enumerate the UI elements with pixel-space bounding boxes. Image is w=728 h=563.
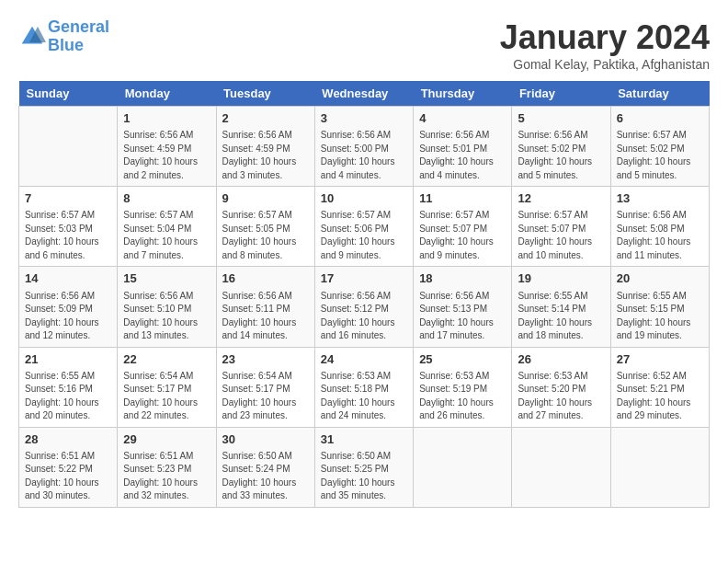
calendar-cell xyxy=(414,427,512,507)
weekday-header-wednesday: Wednesday xyxy=(314,81,413,107)
title-block: January 2024 Gomal Kelay, Paktika, Afgha… xyxy=(500,18,710,72)
day-number: 19 xyxy=(518,270,604,287)
day-info: Sunrise: 6:56 AM Sunset: 5:02 PM Dayligh… xyxy=(518,129,604,182)
calendar-cell xyxy=(19,107,118,187)
calendar-cell: 22Sunrise: 6:54 AM Sunset: 5:17 PM Dayli… xyxy=(118,347,216,427)
day-info: Sunrise: 6:56 AM Sunset: 4:59 PM Dayligh… xyxy=(222,129,309,182)
day-info: Sunrise: 6:53 AM Sunset: 5:18 PM Dayligh… xyxy=(321,370,407,423)
weekday-header-saturday: Saturday xyxy=(610,81,709,107)
calendar-cell: 27Sunrise: 6:52 AM Sunset: 5:21 PM Dayli… xyxy=(610,347,709,427)
weekday-header-monday: Monday xyxy=(118,81,216,107)
logo-text: General Blue xyxy=(48,18,109,55)
day-number: 27 xyxy=(617,351,703,368)
day-number: 23 xyxy=(222,351,309,368)
calendar-cell: 26Sunrise: 6:53 AM Sunset: 5:20 PM Dayli… xyxy=(512,347,610,427)
location: Gomal Kelay, Paktika, Afghanistan xyxy=(500,57,710,72)
day-info: Sunrise: 6:54 AM Sunset: 5:17 PM Dayligh… xyxy=(222,370,309,423)
day-number: 9 xyxy=(222,190,309,207)
logo: General Blue xyxy=(18,18,109,55)
calendar-cell: 17Sunrise: 6:56 AM Sunset: 5:12 PM Dayli… xyxy=(314,267,413,347)
day-info: Sunrise: 6:56 AM Sunset: 5:01 PM Dayligh… xyxy=(419,129,506,182)
weekday-header-sunday: Sunday xyxy=(19,81,118,107)
day-number: 12 xyxy=(518,190,604,207)
logo-icon xyxy=(18,23,46,51)
calendar-cell: 2Sunrise: 6:56 AM Sunset: 4:59 PM Daylig… xyxy=(216,107,314,187)
day-info: Sunrise: 6:57 AM Sunset: 5:05 PM Dayligh… xyxy=(222,209,309,262)
day-info: Sunrise: 6:55 AM Sunset: 5:16 PM Dayligh… xyxy=(25,370,111,423)
day-number: 30 xyxy=(222,431,309,448)
calendar-cell: 9Sunrise: 6:57 AM Sunset: 5:05 PM Daylig… xyxy=(216,187,314,267)
calendar-cell: 31Sunrise: 6:50 AM Sunset: 5:25 PM Dayli… xyxy=(314,427,413,507)
calendar-week-2: 7Sunrise: 6:57 AM Sunset: 5:03 PM Daylig… xyxy=(19,187,710,267)
day-info: Sunrise: 6:57 AM Sunset: 5:07 PM Dayligh… xyxy=(419,209,506,262)
calendar-cell: 30Sunrise: 6:50 AM Sunset: 5:24 PM Dayli… xyxy=(216,427,314,507)
day-info: Sunrise: 6:56 AM Sunset: 5:12 PM Dayligh… xyxy=(321,290,407,343)
weekday-header-thursday: Thursday xyxy=(414,81,512,107)
calendar-cell: 4Sunrise: 6:56 AM Sunset: 5:01 PM Daylig… xyxy=(414,107,512,187)
day-info: Sunrise: 6:54 AM Sunset: 5:17 PM Dayligh… xyxy=(123,370,210,423)
calendar-cell xyxy=(610,427,709,507)
day-number: 28 xyxy=(25,431,111,448)
day-number: 16 xyxy=(222,270,309,287)
calendar-body: 1Sunrise: 6:56 AM Sunset: 4:59 PM Daylig… xyxy=(19,107,710,508)
calendar-cell: 16Sunrise: 6:56 AM Sunset: 5:11 PM Dayli… xyxy=(216,267,314,347)
calendar-cell: 13Sunrise: 6:56 AM Sunset: 5:08 PM Dayli… xyxy=(610,187,709,267)
calendar-cell: 5Sunrise: 6:56 AM Sunset: 5:02 PM Daylig… xyxy=(512,107,610,187)
day-number: 15 xyxy=(123,270,210,287)
calendar-cell: 19Sunrise: 6:55 AM Sunset: 5:14 PM Dayli… xyxy=(512,267,610,347)
day-number: 5 xyxy=(518,110,604,127)
day-info: Sunrise: 6:51 AM Sunset: 5:22 PM Dayligh… xyxy=(25,450,111,503)
day-number: 1 xyxy=(123,110,210,127)
calendar-cell: 28Sunrise: 6:51 AM Sunset: 5:22 PM Dayli… xyxy=(19,427,118,507)
calendar-cell: 15Sunrise: 6:56 AM Sunset: 5:10 PM Dayli… xyxy=(118,267,216,347)
calendar-week-1: 1Sunrise: 6:56 AM Sunset: 4:59 PM Daylig… xyxy=(19,107,710,187)
day-number: 31 xyxy=(321,431,407,448)
calendar-week-4: 21Sunrise: 6:55 AM Sunset: 5:16 PM Dayli… xyxy=(19,347,710,427)
day-number: 4 xyxy=(419,110,506,127)
day-info: Sunrise: 6:53 AM Sunset: 5:20 PM Dayligh… xyxy=(518,370,604,423)
calendar-cell: 25Sunrise: 6:53 AM Sunset: 5:19 PM Dayli… xyxy=(414,347,512,427)
day-number: 8 xyxy=(123,190,210,207)
calendar-cell: 20Sunrise: 6:55 AM Sunset: 5:15 PM Dayli… xyxy=(610,267,709,347)
weekday-header-row: SundayMondayTuesdayWednesdayThursdayFrid… xyxy=(19,81,710,107)
calendar-week-3: 14Sunrise: 6:56 AM Sunset: 5:09 PM Dayli… xyxy=(19,267,710,347)
calendar-cell: 8Sunrise: 6:57 AM Sunset: 5:04 PM Daylig… xyxy=(118,187,216,267)
day-info: Sunrise: 6:50 AM Sunset: 5:24 PM Dayligh… xyxy=(222,450,309,503)
weekday-header-tuesday: Tuesday xyxy=(216,81,314,107)
calendar-cell: 14Sunrise: 6:56 AM Sunset: 5:09 PM Dayli… xyxy=(19,267,118,347)
day-info: Sunrise: 6:57 AM Sunset: 5:03 PM Dayligh… xyxy=(25,209,111,262)
day-info: Sunrise: 6:55 AM Sunset: 5:14 PM Dayligh… xyxy=(518,290,604,343)
day-info: Sunrise: 6:56 AM Sunset: 5:11 PM Dayligh… xyxy=(222,290,309,343)
day-info: Sunrise: 6:56 AM Sunset: 5:10 PM Dayligh… xyxy=(123,290,210,343)
calendar-cell: 23Sunrise: 6:54 AM Sunset: 5:17 PM Dayli… xyxy=(216,347,314,427)
day-number: 20 xyxy=(617,270,703,287)
page-header: General Blue January 2024 Gomal Kelay, P… xyxy=(18,18,710,72)
logo-line2: Blue xyxy=(48,36,84,54)
calendar-cell: 21Sunrise: 6:55 AM Sunset: 5:16 PM Dayli… xyxy=(19,347,118,427)
calendar-cell: 24Sunrise: 6:53 AM Sunset: 5:18 PM Dayli… xyxy=(314,347,413,427)
day-number: 2 xyxy=(222,110,309,127)
day-number: 17 xyxy=(321,270,407,287)
calendar-cell: 11Sunrise: 6:57 AM Sunset: 5:07 PM Dayli… xyxy=(414,187,512,267)
day-info: Sunrise: 6:53 AM Sunset: 5:19 PM Dayligh… xyxy=(419,370,506,423)
calendar-cell: 10Sunrise: 6:57 AM Sunset: 5:06 PM Dayli… xyxy=(314,187,413,267)
day-number: 29 xyxy=(123,431,210,448)
day-info: Sunrise: 6:57 AM Sunset: 5:06 PM Dayligh… xyxy=(321,209,407,262)
calendar-cell: 1Sunrise: 6:56 AM Sunset: 4:59 PM Daylig… xyxy=(118,107,216,187)
calendar-week-5: 28Sunrise: 6:51 AM Sunset: 5:22 PM Dayli… xyxy=(19,427,710,507)
day-info: Sunrise: 6:56 AM Sunset: 5:13 PM Dayligh… xyxy=(419,290,506,343)
day-number: 22 xyxy=(123,351,210,368)
day-number: 18 xyxy=(419,270,506,287)
day-info: Sunrise: 6:51 AM Sunset: 5:23 PM Dayligh… xyxy=(123,450,210,503)
day-number: 3 xyxy=(321,110,407,127)
calendar-cell: 6Sunrise: 6:57 AM Sunset: 5:02 PM Daylig… xyxy=(610,107,709,187)
calendar-cell: 7Sunrise: 6:57 AM Sunset: 5:03 PM Daylig… xyxy=(19,187,118,267)
calendar-cell: 29Sunrise: 6:51 AM Sunset: 5:23 PM Dayli… xyxy=(118,427,216,507)
day-number: 26 xyxy=(518,351,604,368)
calendar-cell xyxy=(512,427,610,507)
day-info: Sunrise: 6:56 AM Sunset: 5:08 PM Dayligh… xyxy=(617,209,703,262)
calendar-cell: 3Sunrise: 6:56 AM Sunset: 5:00 PM Daylig… xyxy=(314,107,413,187)
day-info: Sunrise: 6:57 AM Sunset: 5:04 PM Dayligh… xyxy=(123,209,210,262)
month-title: January 2024 xyxy=(500,18,710,57)
day-number: 13 xyxy=(617,190,703,207)
